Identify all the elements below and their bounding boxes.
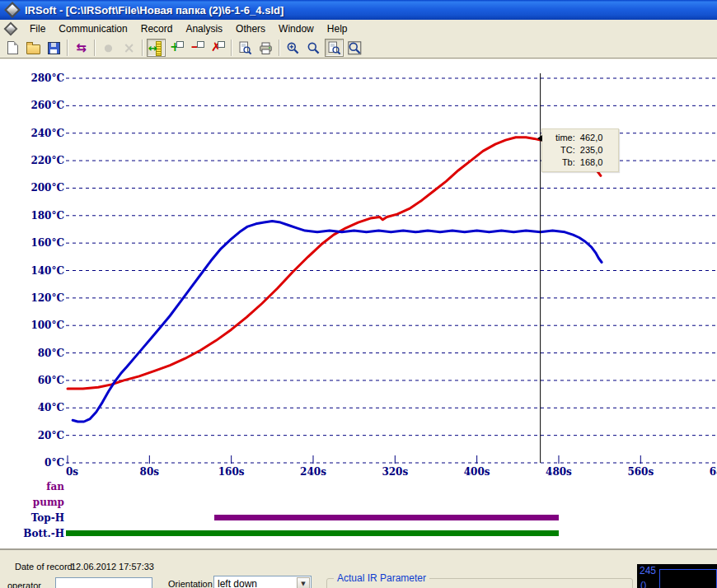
transfer-arrows-icon: ⇆: [76, 42, 87, 54]
ir-display[interactable]: 245 (): [637, 564, 717, 588]
magnifier-plus-icon: [286, 41, 300, 55]
open-folder-icon: [26, 41, 40, 54]
record-dot-icon: ●: [104, 43, 112, 53]
open-file-button[interactable]: [24, 39, 43, 57]
operator-input[interactable]: [55, 577, 152, 588]
add-curve-icon: +: [170, 41, 184, 55]
toolbar-separator: [67, 40, 68, 56]
magnifier-box-icon: [348, 41, 362, 55]
y-axis-tick-label: 40°C: [38, 402, 64, 413]
y-axis-tick-label: 160°C: [30, 237, 64, 249]
tooltip-value: 462,0: [580, 133, 612, 142]
x-axis-tick-label: 80s: [140, 466, 160, 478]
magnifier-icon: [307, 41, 321, 55]
digital-bar-toph: [214, 515, 559, 520]
y-axis-tick-label: 80°C: [38, 348, 64, 359]
x-axis-tick-label: 320s: [382, 466, 408, 478]
tooltip-value: 235,0: [580, 145, 612, 155]
zoom-select-button[interactable]: [345, 39, 364, 57]
transfer-button[interactable]: ⇆: [72, 39, 91, 57]
operator-label: operator: [7, 581, 41, 588]
dropdown-button[interactable]: ▼: [297, 577, 310, 588]
remove-curve-button[interactable]: −: [188, 39, 207, 57]
menu-item-record[interactable]: Record: [134, 21, 180, 36]
digital-row-label-toph: Top-H: [31, 512, 64, 524]
page-magnifier-icon: [327, 41, 341, 55]
menu-item-file[interactable]: File: [23, 21, 52, 36]
series-tb: [73, 222, 602, 422]
x-axis-tick-label: 560s: [627, 466, 654, 478]
print-button[interactable]: [256, 39, 275, 57]
title-bar: IRSoft - [C:\IRSoft\File\Новая папка (2)…: [0, 0, 717, 20]
app-icon: [4, 2, 21, 18]
toolbar-separator: [279, 40, 280, 56]
y-axis-tick-label: 120°C: [30, 292, 64, 304]
x-axis-tick-label: 240s: [300, 466, 326, 478]
cancel-record-button: ×: [120, 39, 138, 57]
remove-curve-icon: −: [190, 41, 204, 55]
ir-scale-max-value: 245: [640, 565, 656, 576]
page-magnifier-icon: [238, 41, 252, 55]
y-axis-tick-label: 140°C: [30, 265, 64, 277]
y-axis-tick-label: 60°C: [38, 375, 64, 386]
date-of-record-value: 12.06.2012 17:57:33: [71, 562, 154, 572]
window-title: IRSoft - [C:\IRSoft\File\Новая папка (2)…: [25, 4, 284, 16]
y-axis-tick-label: 180°C: [30, 210, 64, 222]
toolbar-separator: [231, 40, 232, 56]
new-file-button[interactable]: [3, 39, 22, 57]
x-axis-tick-label: 640s: [710, 466, 717, 478]
print-preview-button[interactable]: [236, 39, 255, 57]
digital-row-label-fan: fan: [46, 481, 64, 492]
save-button[interactable]: [45, 39, 63, 57]
orientation-dropdown[interactable]: left down ▼: [213, 576, 312, 588]
orientation-value: left down: [218, 578, 257, 588]
x-axis-tick-label: 160s: [218, 466, 245, 478]
x-axis-tick-label: 400s: [464, 466, 490, 478]
tooltip-label: TC:: [547, 145, 575, 155]
x-axis-tick-label: 0s: [66, 466, 78, 478]
menu-item-window[interactable]: Window: [272, 21, 321, 36]
series-tc: [68, 138, 601, 389]
tooltip-label: Tb:: [547, 157, 575, 167]
toolbar-separator: [94, 40, 96, 56]
new-document-icon: [7, 41, 18, 54]
record-button: ●: [99, 39, 118, 57]
menu-item-analysis[interactable]: Analysis: [179, 21, 229, 36]
zoom-in-button[interactable]: [284, 39, 302, 57]
orientation-label: Orientation: [168, 579, 213, 588]
digital-row-label-pump: pump: [33, 497, 64, 508]
y-axis-tick-label: 240°C: [30, 128, 64, 139]
y-axis-tick-label: 280°C: [30, 72, 64, 84]
footer-panel: Date of record: 12.06.2012 17:57:33 oper…: [0, 548, 717, 588]
y-axis-tick-label: 220°C: [30, 155, 64, 166]
menu-item-communication[interactable]: Communication: [52, 21, 134, 36]
y-axis-tick-label: 0°C: [45, 457, 64, 469]
delete-curve-icon: ✗: [211, 41, 225, 55]
y-axis-tick-label: 100°C: [30, 320, 64, 331]
save-floppy-icon: [48, 42, 60, 54]
tooltip-value: 168,0: [580, 157, 612, 167]
menu-item-others[interactable]: Others: [229, 21, 272, 36]
toolbar: ⇆●×↔+−✗: [0, 38, 717, 58]
ruler-arrows-icon: ↔: [149, 41, 163, 55]
delete-curve-button[interactable]: ✗: [209, 39, 227, 57]
add-curve-button[interactable]: +: [167, 39, 186, 57]
toolbar-separator: [142, 40, 143, 56]
curve-measure-button[interactable]: ↔: [147, 39, 166, 57]
y-axis-tick-label: 20°C: [38, 430, 64, 441]
digital-bar-botth: [66, 530, 559, 536]
cursor-tooltip: time:462,0TC:235,0Tb:168,0: [541, 128, 619, 172]
menu-bar: FileCommunicationRecordAnalysisOthersWin…: [0, 20, 717, 38]
menu-item-help[interactable]: Help: [321, 21, 354, 36]
ir-scale-sub-value: (): [640, 580, 646, 588]
fit-view-button[interactable]: [325, 39, 344, 57]
digital-row-label-botth: Bott.-H: [23, 528, 64, 539]
cancel-x-icon: ×: [123, 41, 134, 55]
x-axis-tick-label: 480s: [546, 466, 572, 478]
date-of-record-label: Date of record:: [15, 562, 75, 572]
zoom-out-button[interactable]: [304, 39, 323, 57]
document-icon[interactable]: [4, 22, 18, 36]
ir-image-frame: [659, 569, 717, 588]
tooltip-label: time:: [547, 133, 575, 142]
chart-area: 0°C20°C40°C60°C80°C100°C120°C140°C160°C1…: [0, 59, 717, 548]
